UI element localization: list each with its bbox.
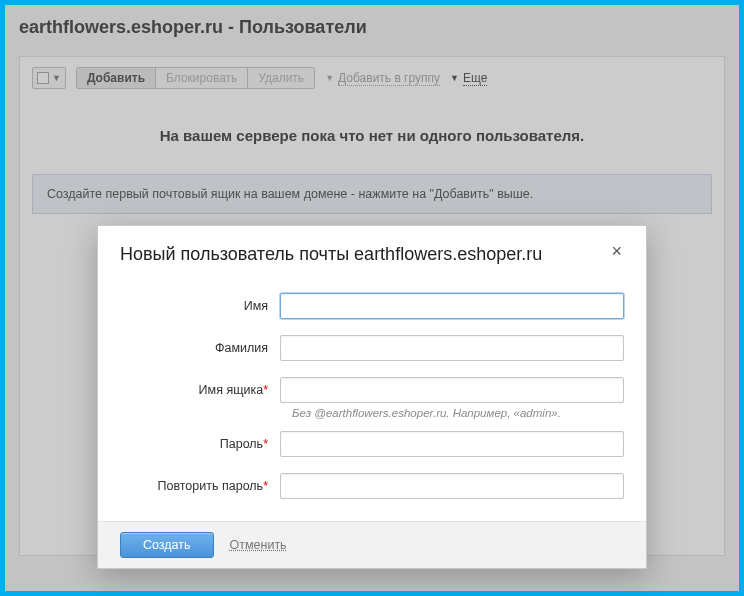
password-repeat-input[interactable] bbox=[280, 473, 624, 499]
modal-header: Новый пользователь почты earthflowers.es… bbox=[98, 226, 646, 279]
last-name-label: Фамилия bbox=[120, 341, 280, 355]
mailbox-input[interactable] bbox=[280, 377, 624, 403]
password-row: Пароль* bbox=[120, 431, 624, 457]
create-button[interactable]: Создать bbox=[120, 532, 214, 558]
mailbox-hint: Без @earthflowers.eshoper.ru. Например, … bbox=[292, 407, 561, 419]
cancel-link[interactable]: Отменить bbox=[230, 538, 287, 552]
password-repeat-label: Повторить пароль* bbox=[120, 479, 280, 493]
first-name-label: Имя bbox=[120, 299, 280, 313]
last-name-row: Фамилия bbox=[120, 335, 624, 361]
first-name-input[interactable] bbox=[280, 293, 624, 319]
last-name-input[interactable] bbox=[280, 335, 624, 361]
modal-footer: Создать Отменить bbox=[98, 521, 646, 568]
modal-title: Новый пользователь почты earthflowers.es… bbox=[120, 244, 542, 265]
password-label: Пароль* bbox=[120, 437, 280, 451]
mailbox-row: Имя ящика* bbox=[120, 377, 624, 403]
mailbox-hint-row: Без @earthflowers.eshoper.ru. Например, … bbox=[120, 407, 624, 419]
password-input[interactable] bbox=[280, 431, 624, 457]
new-user-modal: Новый пользователь почты earthflowers.es… bbox=[97, 225, 647, 569]
password-repeat-row: Повторить пароль* bbox=[120, 473, 624, 499]
modal-body: Имя Фамилия Имя ящика* Без @earthflowers… bbox=[98, 279, 646, 521]
close-icon[interactable]: × bbox=[609, 244, 624, 258]
first-name-row: Имя bbox=[120, 293, 624, 319]
mailbox-label: Имя ящика* bbox=[120, 383, 280, 397]
